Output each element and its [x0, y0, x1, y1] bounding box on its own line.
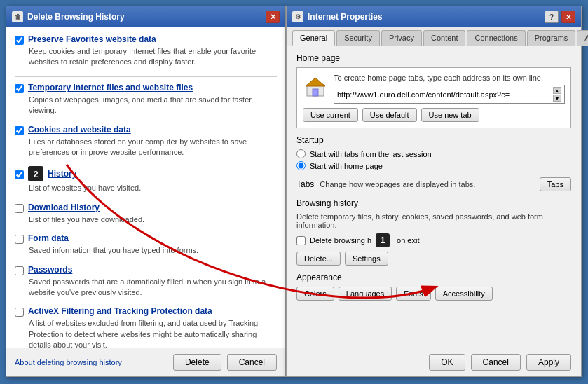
homepage-url-input[interactable] — [337, 90, 553, 99]
cancel-button[interactable]: Cancel — [471, 354, 521, 371]
form-data-checkbox[interactable] — [15, 235, 24, 244]
cookies-desc: Files or databases stored on your comput… — [29, 137, 277, 158]
homepage-section-inner: To create home page tabs, type each addr… — [303, 74, 565, 104]
delete-cancel-button[interactable]: Cancel — [227, 354, 277, 371]
homepage-section-title: Home page — [296, 53, 571, 63]
startup-radio-2: Start with home page — [296, 161, 571, 170]
appearance-section: Colors Languages Fonts Accessibility — [296, 287, 571, 301]
download-history-desc: List of files you have downloaded. — [29, 214, 277, 225]
internet-properties-dialog: ⚙ Internet Properties ? ✕ General Securi… — [286, 6, 582, 377]
startup-radio-input-1[interactable] — [296, 149, 306, 158]
delete-dialog-close-button[interactable]: ✕ — [266, 11, 280, 23]
delete-on-exit-checkbox[interactable] — [296, 236, 306, 245]
home-icon-box — [303, 74, 328, 99]
tab-security[interactable]: Security — [336, 30, 380, 46]
passwords-checkbox[interactable] — [15, 266, 24, 275]
tabs-desc: Change how webpages are displayed in tab… — [320, 180, 533, 188]
history-label[interactable]: History — [48, 169, 76, 179]
appearance-buttons: Colors Languages Fonts Accessibility — [296, 287, 571, 301]
download-history-item: Download History List of files you have … — [15, 203, 277, 225]
bh-section-title: Browsing history — [296, 198, 571, 208]
tab-content[interactable]: Content — [423, 30, 466, 46]
colors-button[interactable]: Colors — [296, 287, 334, 301]
dialog-icon: 🗑 — [12, 11, 23, 22]
languages-button[interactable]: Languages — [339, 287, 392, 301]
use-current-button[interactable]: Use current — [303, 108, 358, 122]
inet-titlebar-left: ⚙ Internet Properties — [292, 11, 383, 22]
tab-general[interactable]: General — [292, 30, 335, 46]
tabs-button[interactable]: Tabs — [540, 177, 571, 191]
homepage-desc: To create home page tabs, type each addr… — [334, 74, 565, 82]
divider-1 — [15, 76, 277, 77]
homepage-input-wrap: ▲ ▼ — [334, 85, 565, 104]
tabs-section: Tabs Change how webpages are displayed i… — [296, 177, 571, 191]
temp-files-desc: Copies of webpages, images, and media th… — [29, 95, 277, 116]
homepage-section-box: To create home page tabs, type each addr… — [296, 67, 571, 128]
startup-option-1: Start with tabs from the last session — [310, 150, 432, 158]
svg-rect-2 — [313, 89, 318, 96]
use-default-button[interactable]: Use default — [362, 108, 417, 122]
delete-dialog-content: Preserve Favorites website data Keep coo… — [6, 27, 285, 348]
apply-button[interactable]: Apply — [526, 354, 571, 371]
passwords-label[interactable]: Passwords — [28, 265, 72, 275]
download-history-checkbox[interactable] — [15, 204, 24, 213]
tab-programs[interactable]: Programs — [527, 30, 576, 46]
activex-item: ActiveX Filtering and Tracking Protectio… — [15, 306, 277, 348]
homepage-scrollbar[interactable]: ▲ ▼ — [553, 87, 561, 102]
bh-desc: Delete temporary files, history, cookies… — [296, 212, 571, 229]
form-data-desc: Saved information that you have typed in… — [29, 245, 277, 256]
startup-radio-input-2[interactable] — [296, 161, 306, 170]
preserve-favorites-item: Preserve Favorites website data Keep coo… — [15, 34, 277, 68]
activex-desc: A list of websites excluded from filteri… — [29, 318, 277, 348]
temp-files-label[interactable]: Temporary Internet files and website fil… — [28, 83, 193, 92]
accessibility-button[interactable]: Accessibility — [435, 287, 493, 301]
settings-button[interactable]: Settings — [345, 252, 388, 266]
history-item: 2 History List of websites you have visi… — [15, 166, 277, 193]
activex-checkbox[interactable] — [15, 308, 24, 317]
scroll-down-arrow[interactable]: ▼ — [553, 95, 561, 102]
svg-marker-1 — [306, 78, 325, 86]
home-icon — [304, 75, 327, 97]
bh-checkbox-row: Delete browsing h 1 on exit — [296, 233, 571, 247]
tab-connections[interactable]: Connections — [467, 30, 525, 46]
tabs-section-title: Tabs — [296, 179, 314, 189]
delete-dialog-footer: About deleting browsing history Delete C… — [6, 348, 285, 376]
cookies-label[interactable]: Cookies and website data — [28, 125, 131, 135]
inet-titlebar-controls: ? ✕ — [545, 11, 575, 23]
startup-section-title: Startup — [296, 135, 571, 145]
fonts-button[interactable]: Fonts — [396, 287, 431, 301]
download-history-label[interactable]: Download History — [28, 203, 100, 212]
history-checkbox[interactable] — [15, 170, 24, 179]
startup-option-2: Start with home page — [310, 162, 383, 170]
inet-close-button[interactable]: ✕ — [561, 11, 575, 23]
bh-checkbox-suffix: on exit — [397, 236, 419, 245]
passwords-item: Passwords Saved passwords that are autom… — [15, 265, 277, 299]
temp-files-item: Temporary Internet files and website fil… — [15, 83, 277, 116]
delete-dialog-title: Delete Browsing History — [27, 12, 125, 22]
homepage-buttons: Use current Use default Use new tab — [303, 108, 565, 122]
form-data-item: Form data Saved information that you hav… — [15, 233, 277, 256]
history-desc: List of websites you have visited. — [29, 183, 277, 193]
preserve-favorites-checkbox[interactable] — [15, 36, 24, 45]
preserve-favorites-label[interactable]: Preserve Favorites website data — [28, 34, 156, 44]
inet-help-button[interactable]: ? — [545, 11, 559, 23]
temp-files-checkbox[interactable] — [15, 84, 24, 93]
startup-section: Start with tabs from the last session St… — [296, 149, 571, 170]
delete-button[interactable]: Delete — [173, 354, 221, 371]
inet-titlebar: ⚙ Internet Properties ? ✕ — [287, 6, 581, 27]
scroll-up-arrow[interactable]: ▲ — [553, 87, 561, 94]
inet-content: Home page To create home page tabs, type… — [287, 46, 581, 348]
delete-dots-button[interactable]: Delete... — [296, 252, 341, 266]
startup-radio-1: Start with tabs from the last session — [296, 149, 571, 158]
cookies-checkbox[interactable] — [15, 126, 24, 135]
form-data-label[interactable]: Form data — [28, 233, 69, 243]
bh-buttons: Delete... Settings — [296, 252, 571, 266]
inet-tab-bar: General Security Privacy Content Connect… — [287, 27, 581, 46]
delete-footer-buttons: Delete Cancel — [173, 354, 277, 371]
ok-button[interactable]: OK — [429, 354, 465, 371]
about-deleting-link[interactable]: About deleting browsing history — [15, 358, 122, 366]
tab-advanced[interactable]: Advanced — [577, 30, 588, 46]
activex-label[interactable]: ActiveX Filtering and Tracking Protectio… — [28, 306, 212, 316]
tab-privacy[interactable]: Privacy — [381, 30, 422, 46]
use-new-tab-button[interactable]: Use new tab — [421, 108, 479, 122]
